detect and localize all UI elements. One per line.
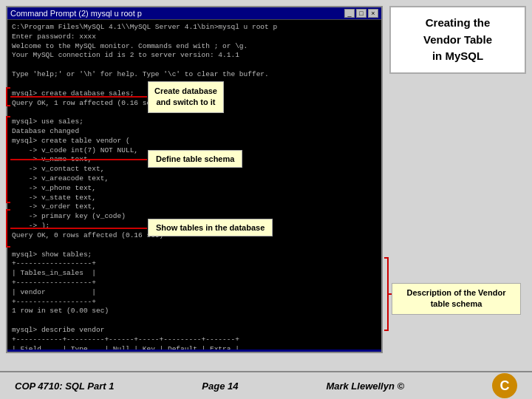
callout-definetable: Define table schema — [148, 150, 242, 168]
callout-createdb-text: Create databaseand switch to it — [154, 86, 217, 106]
arrow-line-createdb — [10, 96, 147, 98]
footer-center: Page 14 — [202, 381, 238, 392]
bottom-bar: COP 4710: SQL Part 1 Page 14 Mark Llewel… — [0, 371, 532, 399]
cmd-line: -> v_phone text, — [12, 184, 377, 194]
cmd-line: mysql> describe vendor — [12, 326, 377, 335]
title-box: Creating the Vendor Table in MySQL — [389, 6, 526, 74]
cmd-title: Command Prompt (2) mysql u root p — [10, 9, 142, 18]
cmd-line: +-----------+---------+------+-----+----… — [12, 335, 377, 345]
cmd-line: 1 row in set (0.00 sec) — [12, 307, 377, 316]
arrow-line-createtable — [10, 159, 147, 160]
cmd-content: C:\Program Files\MySQL 4.1\\MySQL Server… — [7, 20, 381, 349]
cmd-line: mysql> create table vendor ( — [12, 137, 377, 146]
callout-definetable-text: Define table schema — [156, 154, 234, 163]
footer-right: Mark Llewellyn © — [326, 381, 404, 392]
page-container: Command Prompt (2) mysql u root p _ □ × … — [0, 0, 532, 399]
cmd-line — [12, 241, 377, 250]
callout-describe-text: Description of the Vendor table schema — [407, 288, 506, 308]
minimize-btn[interactable]: _ — [344, 9, 355, 18]
cmd-line: | vendor | — [12, 288, 377, 298]
close-btn[interactable]: × — [368, 9, 378, 18]
cmd-line: -> v_state text, — [12, 194, 377, 203]
cmd-line: C:\Program Files\MySQL 4.1\\MySQL Server… — [12, 23, 377, 33]
cmd-line: Database changed — [12, 127, 377, 137]
cmd-window: Command Prompt (2) mysql u root p _ □ × … — [6, 6, 383, 353]
callout-createdb: Create databaseand switch to it — [148, 81, 224, 113]
cmd-line — [12, 316, 377, 326]
title-line1: Creating the — [426, 16, 491, 29]
logo-icon: C — [492, 373, 517, 398]
cmd-line: mysql> show tables; — [12, 250, 377, 260]
logo-letter: C — [500, 378, 510, 394]
cmd-line — [12, 61, 377, 70]
arrow-line-showtables — [10, 228, 147, 229]
cmd-line: -> v_order text, — [12, 202, 377, 212]
title-line3: in MySQL — [432, 50, 483, 62]
footer-left: COP 4710: SQL Part 1 — [15, 381, 114, 392]
cmd-line: | Tables_in_sales | — [12, 269, 377, 279]
callout-describe: Description of the Vendor table schema — [392, 283, 521, 315]
cmd-line: +------------------+ — [12, 279, 377, 288]
title-line2: Vendor Table — [423, 33, 492, 46]
callout-showtables-text: Show tables in the database — [156, 223, 265, 232]
cmd-line: Your MySQL connection id is 2 to server … — [12, 51, 377, 61]
cmd-line: +------------------+ — [12, 298, 377, 307]
cmd-controls: _ □ × — [344, 9, 378, 18]
callout-showtables: Show tables in the database — [148, 219, 273, 236]
cmd-line: +------------------+ — [12, 259, 377, 269]
cmd-line: Enter password: xxxx — [12, 33, 377, 42]
maximize-btn[interactable]: □ — [356, 9, 366, 18]
cmd-line: | Field | Type | Null | Key | Default | … — [12, 345, 377, 349]
cmd-line: -> v_areacode text, — [12, 174, 377, 184]
cmd-line: Welcome to the MySQL monitor. Commands e… — [12, 42, 377, 52]
cmd-line: Type 'help;' or '\h' for help. Type '\c'… — [12, 70, 377, 80]
cmd-titlebar: Command Prompt (2) mysql u root p _ □ × — [7, 7, 381, 20]
cmd-line: mysql> use sales; — [12, 117, 377, 127]
